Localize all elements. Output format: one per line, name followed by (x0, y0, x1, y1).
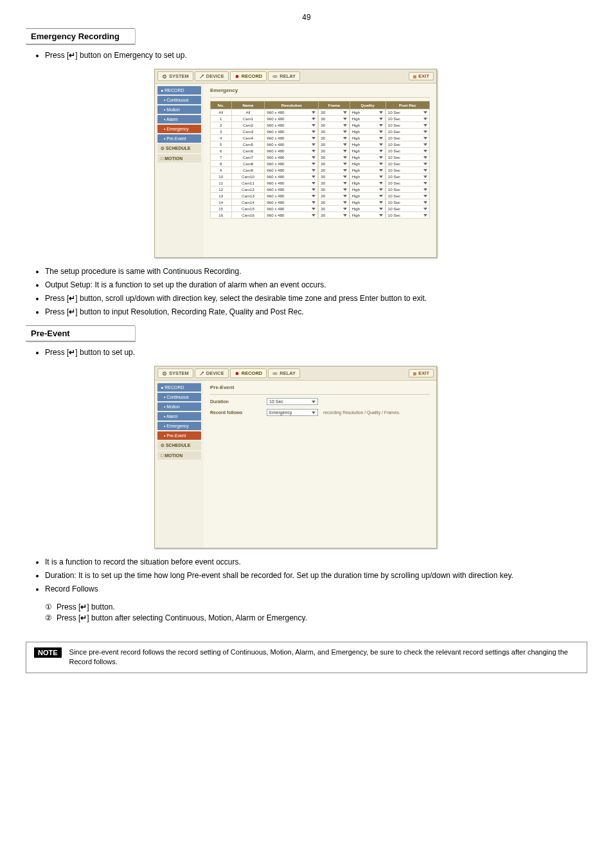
sidebar-schedule-2[interactable]: ⊙ SCHEDULE (157, 441, 201, 450)
exit-button[interactable]: EXIT (409, 72, 434, 80)
cell-quality[interactable]: High (350, 199, 385, 206)
cell-postrec[interactable]: 10 Sec (386, 174, 429, 180)
cell-quality[interactable]: High (350, 180, 385, 186)
sidebar-emergency[interactable]: • Emergency (157, 125, 201, 133)
cell-quality[interactable]: High (350, 135, 385, 141)
cell-quality[interactable]: High (350, 109, 385, 116)
cell-quality[interactable]: High (350, 167, 385, 174)
sidebar-motion2-2[interactable]: □ MOTION (157, 451, 201, 460)
duration-select[interactable]: 10 Sec (267, 398, 318, 405)
cell-quality[interactable]: High (350, 186, 385, 193)
cell-quality[interactable]: High (350, 116, 385, 122)
cell-frame[interactable]: 30 (319, 174, 349, 180)
cell-quality[interactable]: High (350, 206, 385, 212)
cell-frame[interactable]: 30 (319, 135, 349, 141)
tab-relay[interactable]: RELAY (268, 71, 300, 81)
sidebar-continuous[interactable]: • Continuous (157, 96, 201, 104)
exit-button-2[interactable]: EXIT (409, 369, 434, 377)
sidebar-alarm[interactable]: • Alarm (157, 115, 201, 123)
cell-postrec[interactable]: 10 Sec (386, 199, 429, 206)
chevron-down-icon (312, 150, 315, 152)
cell-res[interactable]: 960 x 480 (265, 193, 318, 199)
cell-res[interactable]: 960 x 480 (265, 154, 318, 161)
cell-frame[interactable]: 30 (319, 199, 349, 206)
sidebar-emergency-2[interactable]: • Emergency (157, 422, 201, 430)
tab-device[interactable]: DEVICE (195, 71, 229, 81)
cell-res[interactable]: 960 x 480 (265, 129, 318, 135)
cell-postrec[interactable]: 10 Sec (386, 206, 429, 212)
tab-record-2[interactable]: RECORD (230, 368, 267, 378)
sidebar-schedule[interactable]: ⊙ SCHEDULE (157, 144, 201, 153)
cell-frame[interactable]: 30 (319, 141, 349, 148)
sidebar-motion2[interactable]: □ MOTION (157, 154, 201, 163)
cell-postrec[interactable]: 10 Sec (386, 193, 429, 199)
cell-postrec[interactable]: 10 Sec (386, 116, 429, 122)
tab-relay-2[interactable]: RELAY (268, 368, 300, 378)
tab-record[interactable]: RECORD (230, 71, 267, 81)
sidebar-preevent-2[interactable]: • Pre-Event (157, 431, 201, 440)
cell-frame[interactable]: 30 (319, 161, 349, 167)
cell-quality[interactable]: High (350, 129, 385, 135)
cell-frame[interactable]: 30 (319, 167, 349, 174)
cell-postrec[interactable]: 10 Sec (386, 148, 429, 154)
sidebar-record[interactable]: ● RECORD (157, 86, 201, 95)
sidebar-record-2[interactable]: ● RECORD (157, 383, 201, 392)
cell-postrec[interactable]: 10 Sec (386, 161, 429, 167)
chevron-down-icon (423, 208, 427, 210)
cell-postrec[interactable]: 10 Sec (386, 141, 429, 148)
sidebar-motion-2[interactable]: • Motion (157, 402, 201, 411)
cell-frame[interactable]: 30 (319, 116, 349, 122)
cell-postrec[interactable]: 10 Sec (386, 180, 429, 186)
cell-frame[interactable]: 30 (319, 148, 349, 154)
cell-res[interactable]: 960 x 480 (265, 186, 318, 193)
cell-postrec[interactable]: 10 Sec (386, 129, 429, 135)
cell-postrec[interactable]: 10 Sec (386, 186, 429, 193)
cell-res[interactable]: 960 x 480 (265, 206, 318, 212)
cell-postrec[interactable]: 10 Sec (386, 135, 429, 141)
chevron-down-icon (423, 150, 427, 152)
cell-frame[interactable]: 30 (319, 109, 349, 116)
cell-res[interactable]: 960 x 480 (265, 212, 318, 219)
cell-res[interactable]: 960 x 480 (265, 141, 318, 148)
cell-frame[interactable]: 30 (319, 186, 349, 193)
cell-frame[interactable]: 30 (319, 180, 349, 186)
cell-res[interactable]: 960 x 480 (265, 174, 318, 180)
sidebar-motion[interactable]: • Motion (157, 105, 201, 114)
cell-frame[interactable]: 30 (319, 129, 349, 135)
cell-frame[interactable]: 30 (319, 212, 349, 219)
cell-res[interactable]: 960 x 480 (265, 122, 318, 129)
sidebar-continuous-2[interactable]: • Continuous (157, 393, 201, 401)
cell-quality[interactable]: High (350, 212, 385, 219)
cell-postrec[interactable]: 10 Sec (386, 109, 429, 116)
cell-res[interactable]: 960 x 480 (265, 161, 318, 167)
cell-postrec[interactable]: 10 Sec (386, 167, 429, 174)
cell-frame[interactable]: 30 (319, 154, 349, 161)
cell-quality[interactable]: High (350, 148, 385, 154)
cell-quality[interactable]: High (350, 161, 385, 167)
cell-postrec[interactable]: 10 Sec (386, 212, 429, 219)
tab-system-2[interactable]: SYSTEM (157, 368, 193, 378)
cell-res[interactable]: 960 x 480 (265, 135, 318, 141)
cell-res[interactable]: 960 x 480 (265, 116, 318, 122)
cell-frame[interactable]: 30 (319, 206, 349, 212)
follows-select[interactable]: Emergency (267, 409, 318, 416)
cell-res[interactable]: 960 x 480 (265, 180, 318, 186)
cell-res[interactable]: 960 x 480 (265, 199, 318, 206)
cell-res[interactable]: 960 x 480 (265, 109, 318, 116)
cell-res[interactable]: 960 x 480 (265, 167, 318, 174)
cell-postrec[interactable]: 10 Sec (386, 122, 429, 129)
cell-quality[interactable]: High (350, 141, 385, 148)
cell-postrec[interactable]: 10 Sec (386, 154, 429, 161)
cell-frame[interactable]: 30 (319, 193, 349, 199)
cell-quality[interactable]: High (350, 174, 385, 180)
cell-quality[interactable]: High (350, 193, 385, 199)
cell-quality[interactable]: High (350, 154, 385, 161)
tab-system[interactable]: SYSTEM (157, 71, 193, 81)
sidebar-preevent[interactable]: • Pre-Event (157, 134, 201, 143)
cell-res[interactable]: 960 x 480 (265, 148, 318, 154)
cell-frame[interactable]: 30 (319, 122, 349, 129)
cell-quality[interactable]: High (350, 122, 385, 129)
tab-device-2[interactable]: DEVICE (195, 368, 229, 378)
chevron-down-icon (343, 182, 347, 185)
sidebar-alarm-2[interactable]: • Alarm (157, 412, 201, 420)
